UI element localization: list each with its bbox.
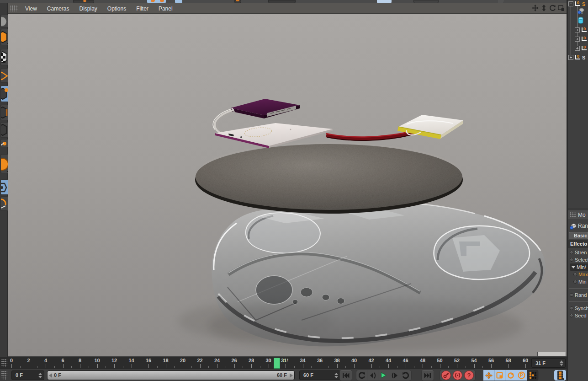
attribute-object-row[interactable]: Ran (568, 221, 588, 231)
minmax-fold-row[interactable]: Min/ (570, 263, 588, 271)
object-row[interactable]: 0 (575, 27, 588, 33)
object-name-label[interactable]: S (582, 1, 585, 7)
points-mode-button[interactable] (0, 86, 8, 102)
param-row[interactable]: Max (568, 271, 588, 278)
record-position-button[interactable] (483, 370, 494, 381)
stepper-icon[interactable] (334, 373, 338, 378)
autokeying-button[interactable] (453, 370, 462, 380)
stepper-icon[interactable] (38, 373, 42, 378)
cylinder-icon[interactable] (577, 17, 584, 25)
toolbar-button-partial[interactable] (413, 0, 439, 3)
menu-item-panel[interactable]: Panel (159, 5, 173, 12)
range-start-field[interactable]: 0 F (11, 370, 44, 380)
edges-mode-button[interactable] (0, 105, 8, 120)
texture-mode-button[interactable] (0, 49, 8, 65)
menu-item-cameras[interactable]: Cameras (47, 5, 69, 12)
object-row[interactable]: 0 (575, 36, 588, 43)
null-axis-icon[interactable]: 0 (581, 36, 588, 43)
goto-start-button[interactable] (339, 370, 352, 381)
param-row[interactable]: Seed (568, 312, 588, 319)
null-axis-icon[interactable]: 0 (581, 27, 588, 34)
animation-dot-icon[interactable] (573, 273, 577, 276)
expand-icon[interactable] (575, 27, 580, 32)
timeline-ruler[interactable]: 0246810121416182022242628303234363840424… (0, 357, 567, 369)
tab-basic[interactable]: Basic (569, 232, 588, 239)
attribute-manager-header[interactable]: Mo (568, 210, 588, 220)
null-axis-icon[interactable]: 0 (581, 45, 588, 52)
viewport-3d[interactable] (8, 14, 567, 356)
expand-icon[interactable] (568, 55, 573, 60)
panel-grip-handle[interactable] (570, 212, 576, 218)
expand-icon[interactable] (575, 37, 580, 42)
null-axis-icon[interactable]: 0 (574, 54, 581, 61)
menu-item-display[interactable]: Display (79, 5, 97, 12)
help-button[interactable]: ? (464, 370, 474, 380)
ruler-tick (388, 364, 389, 368)
animation-dot-icon[interactable] (573, 280, 577, 284)
animation-dot-icon[interactable] (570, 314, 573, 317)
rotate-icon[interactable] (549, 4, 556, 12)
play-button[interactable] (378, 370, 389, 381)
collapse-icon[interactable] (568, 1, 573, 6)
tweak-mode-button[interactable] (0, 139, 8, 147)
object-row[interactable]: x (577, 8, 585, 15)
fold-arrow-icon[interactable] (572, 266, 575, 268)
timeline-scale[interactable]: 0246810121416182022242628303234363840424… (0, 357, 531, 369)
range-end-field[interactable]: 60 F (299, 370, 340, 380)
pan-icon[interactable] (531, 4, 539, 12)
range-right-arrow-icon[interactable] (290, 373, 293, 378)
prev-key-button[interactable] (356, 370, 367, 381)
viewport-canvas[interactable] (8, 14, 567, 356)
workplane-mode-button[interactable] (0, 68, 8, 83)
object-row[interactable]: 0S (568, 54, 585, 61)
param-row[interactable]: Min (568, 278, 588, 285)
expand-icon[interactable] (575, 46, 580, 51)
range-left-arrow-icon[interactable] (49, 373, 52, 378)
animation-dot-icon[interactable] (570, 293, 573, 297)
param-row[interactable]: Stren (568, 249, 588, 256)
record-pla-button[interactable] (527, 370, 538, 381)
menu-item-filter[interactable]: Filter (136, 5, 148, 12)
viewport-solo-button[interactable] (0, 179, 8, 195)
menu-grip-handle[interactable] (10, 5, 18, 11)
film-options-button[interactable] (554, 370, 567, 381)
object-row[interactable]: 0 (575, 45, 588, 52)
material-tag-icon[interactable]: x (577, 8, 585, 16)
toolbar-button-active[interactable] (175, 0, 182, 3)
menu-item-view[interactable]: View (25, 5, 37, 12)
next-key-button[interactable] (400, 370, 411, 381)
object-row[interactable] (577, 17, 584, 24)
enable-axis-button[interactable] (0, 154, 8, 173)
current-frame-marker[interactable] (274, 358, 280, 369)
goto-end-button[interactable] (421, 370, 434, 381)
menu-item-options[interactable]: Options (107, 5, 126, 12)
convert-button[interactable] (0, 15, 8, 27)
preview-range-slider[interactable]: 0 F 60 F (47, 370, 295, 380)
object-row[interactable]: 0S (568, 0, 585, 7)
toolbar-button-active[interactable] (377, 0, 392, 3)
animation-toolbar-grip[interactable] (1, 371, 7, 380)
stepper-icon[interactable] (559, 360, 563, 366)
param-row[interactable]: Select (568, 256, 588, 263)
snap-button[interactable] (0, 196, 8, 211)
record-keyframe-button[interactable] (441, 370, 451, 380)
record-scale-button[interactable] (494, 370, 505, 381)
prev-frame-button[interactable] (367, 370, 378, 381)
mode-menu[interactable]: Mo (578, 212, 586, 218)
null-axis-icon[interactable]: 0 (574, 0, 581, 8)
toggle-panel-icon[interactable] (557, 4, 565, 12)
animation-dot-icon[interactable] (570, 306, 573, 310)
toolbar-button-partial[interactable] (268, 0, 296, 3)
polygons-mode-button[interactable] (0, 122, 8, 138)
param-row[interactable]: Synch (568, 305, 588, 312)
animation-dot-icon[interactable] (570, 251, 573, 254)
record-parameter-button[interactable]: P (516, 370, 527, 381)
dolly-icon[interactable] (540, 4, 547, 12)
next-frame-button[interactable] (389, 370, 400, 381)
animation-dot-icon[interactable] (570, 258, 573, 262)
param-row[interactable]: Rand (568, 291, 588, 299)
object-name-label[interactable]: S (582, 55, 585, 60)
model-mode-button[interactable] (0, 29, 8, 45)
record-rotation-button[interactable] (505, 370, 516, 381)
current-frame-field[interactable]: 31 F (531, 358, 566, 368)
